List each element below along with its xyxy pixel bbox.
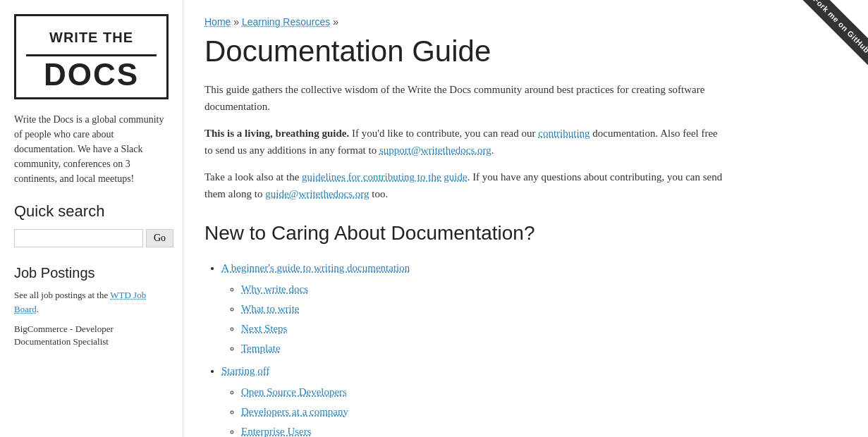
github-ribbon-text: Fork me on GitHub [800, 0, 868, 67]
sidebar: WRITE THE DOCS Write the Docs is a globa… [0, 0, 183, 437]
contributing-text: Take a look also at the guidelines for c… [204, 168, 726, 202]
living-guide-bold: This is a living, breathing guide. [204, 128, 349, 139]
list-item: What to write [241, 300, 726, 317]
support-email-link[interactable]: support@writethedocs.org [379, 144, 491, 156]
sub-list-1: Why write docs What to write Next Steps … [221, 281, 726, 357]
search-input[interactable] [14, 229, 143, 247]
guidelines-link[interactable]: guidelines for contributing to the guide [302, 171, 467, 183]
github-ribbon[interactable]: Fork me on GitHub [783, 0, 868, 85]
job-postings-suffix: . [37, 304, 39, 314]
starting-off-link[interactable]: Starting off [221, 365, 269, 376]
developers-company-link[interactable]: Developers at a company [241, 406, 348, 417]
breadcrumb-home[interactable]: Home [204, 16, 231, 27]
guidelines-text2: too. [369, 188, 389, 199]
breadcrumb-sep1: » [233, 16, 239, 27]
quick-search-section: Quick search Go [14, 199, 169, 247]
page-title: Documentation Guide [204, 34, 726, 69]
living-guide-text3: . [491, 144, 494, 156]
job-postings-text: See all job postings at the WTD Job Boar… [14, 288, 169, 316]
list-item: Open Source Developers [241, 383, 726, 400]
breadcrumb-sep2: » [333, 16, 338, 27]
logo-docs: DOCS [26, 59, 157, 90]
enterprise-users-link[interactable]: Enterprise Users [241, 426, 312, 437]
list-item: Developers at a company [241, 403, 726, 420]
what-to-write-link[interactable]: What to write [241, 303, 299, 314]
list-item: Why write docs [241, 281, 726, 297]
guide-email-link[interactable]: guide@writethedocs.org [265, 188, 369, 199]
list-item: Enterprise Users [241, 423, 726, 437]
why-write-docs-link[interactable]: Why write docs [241, 283, 308, 295]
section-title: New to Caring About Documentation? [204, 218, 726, 250]
guidelines-prefix: Take a look also at the [204, 171, 302, 183]
list-item: A beginner's guide to writing documentat… [221, 259, 726, 357]
sub-list-2: Open Source Developers Developers at a c… [221, 383, 726, 437]
logo-write-the: WRITE THE [26, 26, 157, 49]
job-postings-section: Job Postings See all job postings at the… [14, 261, 169, 348]
intro-text: This guide gathers the collective wisdom… [204, 81, 726, 115]
list-item: Next Steps [241, 320, 726, 337]
logo: WRITE THE DOCS [14, 14, 169, 99]
list-item: Starting off Open Source Developers Deve… [221, 362, 726, 437]
quick-search-label: Quick search [14, 199, 169, 223]
open-source-link[interactable]: Open Source Developers [241, 386, 347, 398]
breadcrumb-learning[interactable]: Learning Resources [242, 16, 330, 27]
job-postings-title: Job Postings [14, 261, 169, 284]
breadcrumb: Home » Learning Resources » [204, 14, 726, 30]
sidebar-description: Write the Docs is a global community of … [14, 112, 169, 186]
job-postings-prefix: See all job postings at the [14, 290, 110, 300]
template-link[interactable]: Template [241, 343, 281, 354]
job-item: BigCommerce - Developer Documentation Sp… [14, 323, 169, 348]
main-content: Home » Learning Resources » Documentatio… [183, 0, 747, 437]
search-row: Go [14, 229, 169, 247]
search-button[interactable]: Go [146, 229, 173, 247]
list-item: Template [241, 340, 726, 357]
main-list: A beginner's guide to writing documentat… [204, 259, 726, 437]
beginner-guide-link[interactable]: A beginner's guide to writing documentat… [221, 262, 410, 273]
contributing-link[interactable]: contributing [538, 128, 589, 139]
living-guide: This is a living, breathing guide. If yo… [204, 125, 726, 159]
next-steps-link[interactable]: Next Steps [241, 323, 287, 334]
living-guide-text: If you'd like to contribute, you can rea… [349, 128, 538, 139]
